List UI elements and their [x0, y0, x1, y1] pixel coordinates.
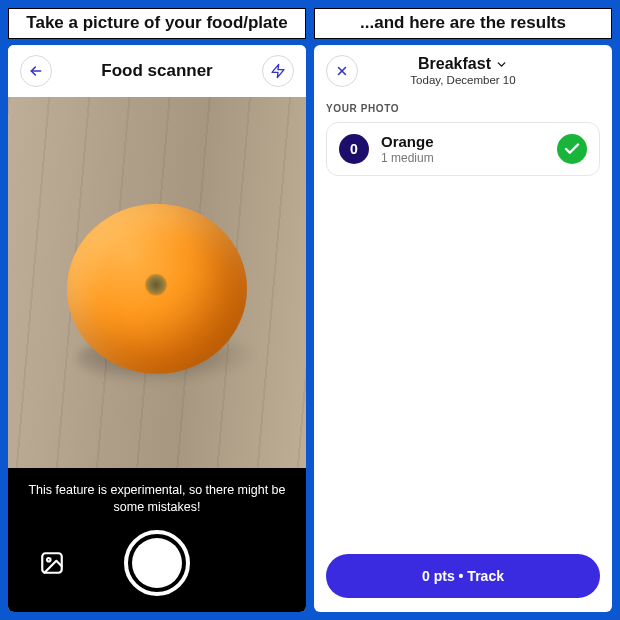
food-portion: 1 medium	[381, 151, 545, 165]
gallery-icon	[39, 550, 65, 576]
experimental-disclaimer: This feature is experimental, so there m…	[27, 482, 287, 516]
scanner-header: Food scanner	[8, 45, 306, 97]
points-badge: 0	[339, 134, 369, 164]
lightning-icon	[270, 63, 286, 79]
gallery-button[interactable]	[36, 547, 68, 579]
meal-selector[interactable]: Breakfast	[418, 55, 508, 73]
results-footer: 0 pts • Track	[314, 544, 612, 612]
back-button[interactable]	[20, 55, 52, 87]
close-icon	[335, 64, 349, 78]
panels-row: Food scanner This feature is experimenta…	[8, 45, 612, 612]
check-icon	[563, 140, 581, 158]
section-label-your-photo: YOUR PHOTO	[326, 103, 600, 114]
flash-button[interactable]	[262, 55, 294, 87]
results-panel: Breakfast Today, December 10 YOUR PHOTO …	[314, 45, 612, 612]
camera-shutter-icon	[132, 538, 182, 588]
food-subject	[67, 204, 247, 374]
back-arrow-icon	[28, 63, 44, 79]
results-body: YOUR PHOTO 0 Orange 1 medium	[314, 93, 612, 544]
food-name: Orange	[381, 133, 545, 150]
camera-controls-bar: This feature is experimental, so there m…	[8, 468, 306, 612]
caption-row: Take a picture of your food/plate ...and…	[8, 8, 612, 39]
svg-marker-1	[272, 64, 284, 77]
food-info: Orange 1 medium	[381, 133, 545, 165]
orange-fruit	[67, 204, 247, 374]
close-button[interactable]	[326, 55, 358, 87]
chevron-down-icon	[495, 58, 508, 71]
track-button[interactable]: 0 pts • Track	[326, 554, 600, 598]
scanner-title: Food scanner	[101, 61, 212, 81]
food-result-card[interactable]: 0 Orange 1 medium	[326, 122, 600, 176]
svg-point-3	[47, 558, 50, 561]
caption-left: Take a picture of your food/plate	[8, 8, 306, 39]
caption-right: ...and here are the results	[314, 8, 612, 39]
camera-viewfinder	[8, 97, 306, 469]
shutter-button[interactable]	[124, 530, 190, 596]
scanner-panel: Food scanner This feature is experimenta…	[8, 45, 306, 612]
meal-heading: Breakfast Today, December 10	[366, 55, 560, 86]
meal-date: Today, December 10	[366, 74, 560, 86]
results-header: Breakfast Today, December 10	[314, 45, 612, 93]
food-confirmed-badge	[557, 134, 587, 164]
meal-label: Breakfast	[418, 55, 491, 73]
